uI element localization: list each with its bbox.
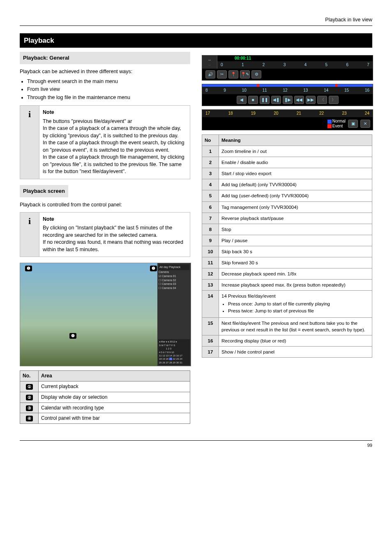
row-text: Enable / disable audio — [219, 157, 372, 168]
camera-item: ☐ Camera 04 — [159, 286, 189, 290]
stop-button[interactable]: ■ — [248, 96, 258, 104]
ruler-17-24[interactable]: 1718192021222324 — [202, 110, 373, 117]
list-item: From live view — [27, 86, 190, 93]
ruler-0-7[interactable]: 01234567 — [217, 61, 373, 69]
legend-badge: ① — [26, 384, 33, 390]
zoom-icon[interactable]: ↔ — [208, 63, 211, 67]
row-no: 8 — [202, 224, 219, 235]
note-box-1: i Note The buttons "previous file/day/ev… — [20, 105, 190, 179]
close-button[interactable]: ✕ — [360, 120, 370, 128]
legend-badge: ③ — [26, 405, 33, 411]
page-header: Playback in live view — [20, 16, 372, 26]
ways-list: Through event search in the main menu Fr… — [27, 78, 190, 102]
clip-export-button[interactable]: ✂ — [217, 70, 227, 79]
camera-item: ☐ Camera 02 — [159, 278, 189, 282]
row-text: Show / hide control panel — [219, 346, 372, 357]
reverse-play-button[interactable]: ◀ — [237, 96, 247, 104]
row-text: Increase playback speed max. 8x (press b… — [219, 280, 372, 291]
sub-heading-screen: Playback screen — [20, 185, 68, 197]
skip-fwd-button[interactable]: ❚▶ — [283, 96, 293, 104]
ruler-8-16[interactable]: 8910111213141516 — [202, 87, 373, 94]
legend-head-no: No. — [20, 371, 39, 382]
note-title: Note — [43, 109, 187, 116]
info-icon: i — [20, 212, 39, 257]
row-no: 7 — [202, 213, 219, 224]
legend-text: Current playback — [39, 381, 190, 392]
zoom-icon[interactable]: ↔ — [208, 57, 212, 63]
prev-item-button[interactable]: 〈 — [317, 96, 327, 104]
right-column: ↔ ↔ 00:00:11 01234567 🔊 ✂ 📍 📍✎ ⚙ — [202, 52, 372, 424]
row-no: 17 — [202, 346, 219, 357]
row-no: 6 — [202, 201, 219, 213]
legend-head-area: Area — [39, 371, 190, 382]
next-item-button[interactable]: 〉 — [329, 96, 339, 104]
row-no: 14 — [202, 291, 219, 317]
callout-badge-1: ❶ — [25, 266, 32, 271]
speed-down-button[interactable]: ◀◀ — [294, 96, 304, 104]
intro-text: Playback can be achieved in three differ… — [20, 68, 190, 76]
note-text: By clicking on "Instant playback" the la… — [43, 224, 187, 239]
speed-up-button[interactable]: ▶▶ — [306, 96, 316, 104]
row-text: Stop — [219, 224, 372, 235]
legend-text: Calendar with recording type — [39, 402, 190, 413]
page-footer: 99 — [20, 440, 372, 449]
row-text: 14 Previous file/day/eventPress once: Ju… — [219, 291, 372, 317]
note-text: In the case of a playback through file m… — [43, 154, 187, 176]
row-no: 13 — [202, 280, 219, 291]
legend-badge: ④ — [26, 416, 33, 421]
sidebar-title: All day Playback — [159, 264, 189, 270]
row-text: Recording display (blue or red) — [219, 335, 372, 346]
info-icon: i — [20, 106, 39, 179]
play-pause-button[interactable]: ❚❚ — [260, 96, 270, 104]
audio-toggle-button[interactable]: 🔊 — [205, 70, 215, 79]
note-text: In the case of a playback through the ev… — [43, 139, 187, 154]
calendar-mini: ◂ Mar ▸ ◂ 2012 ▸ S M T W T F S 1 2 3 4 5… — [158, 339, 190, 365]
row-no: 2 — [202, 157, 219, 168]
legend-event: Event — [327, 124, 346, 128]
legend-text: Control panel with time bar — [39, 413, 190, 424]
hide-panel-button[interactable]: ▣ — [348, 120, 358, 128]
row-no: 9 — [202, 235, 219, 246]
row-text: Play / pause — [219, 235, 372, 246]
controls-meaning-table: No Meaning 1Zoom timeline in / out2Enabl… — [202, 134, 372, 358]
note-text: The buttons "previous file/day/event" ar — [43, 118, 187, 125]
note-title: Note — [43, 216, 187, 223]
row-no: 1 — [202, 146, 219, 157]
screenshot-sidebar: All day Playback Camera ☑ Camera 01 ☐ Ca… — [157, 263, 191, 366]
section-title: Playback — [20, 33, 372, 48]
tag-default-button[interactable]: 📍 — [228, 70, 238, 79]
sub2-intro: Playback is controlled from the control … — [20, 201, 190, 209]
row-no: 16 — [202, 335, 219, 346]
row-text: Start / stop video export — [219, 168, 372, 179]
legend-badge: ② — [26, 395, 33, 400]
row-no: 11 — [202, 257, 219, 268]
list-item: Through event search in the main menu — [27, 78, 190, 86]
note-box-2: i Note By clicking on "Instant playback"… — [20, 212, 190, 257]
note-text: In the case of a playback of a camera th… — [43, 125, 187, 139]
table-head-no: No — [202, 135, 219, 146]
timecode: 00:00:11 — [217, 56, 373, 61]
row-text: Add tag (default) (only TVVR30004) — [219, 179, 372, 190]
row-text: Reverse playback start/pause — [219, 213, 372, 224]
legend-table: No. Area ①Current playback ②Display whol… — [20, 370, 190, 424]
control-bar-2: 8910111213141516 ◀ ■ ❚❚ ◀❚ ❚▶ ◀◀ ▶▶ 〈 〉 — [202, 84, 373, 106]
row-no: 15 — [202, 317, 219, 335]
row-text: Skip forward 30 s — [219, 257, 372, 268]
playback-screenshot: ❶ ❷ ❸ ❹ All day Playback Camera ☑ Camera… — [20, 263, 191, 366]
callout-badge-4: ❹ — [69, 333, 76, 339]
note-text: If no recording was found, it means that… — [43, 239, 187, 253]
tag-manage-button[interactable]: ⚙ — [251, 70, 261, 79]
legend-text: Display whole day or selection — [39, 392, 190, 402]
sub-heading-general: Playback: General — [20, 52, 190, 64]
tag-custom-button[interactable]: 📍✎ — [240, 70, 250, 79]
row-text: Next file/day/event The previous and nex… — [219, 317, 372, 335]
row-no: 3 — [202, 168, 219, 179]
control-bar-1: ↔ ↔ 00:00:11 01234567 🔊 ✂ 📍 📍✎ ⚙ — [202, 55, 373, 81]
row-text: Zoom timeline in / out — [219, 146, 372, 157]
skip-back-button[interactable]: ◀❚ — [271, 96, 281, 104]
left-column: Playback: General Playback can be achiev… — [20, 52, 190, 424]
camera-label: Camera — [159, 270, 189, 274]
table-head-mean: Meaning — [219, 135, 372, 146]
control-bar-3: 1718192021222324 Normal Event ▣ ✕ — [202, 109, 373, 130]
list-item: Through the log file in the maintenance … — [27, 94, 190, 102]
